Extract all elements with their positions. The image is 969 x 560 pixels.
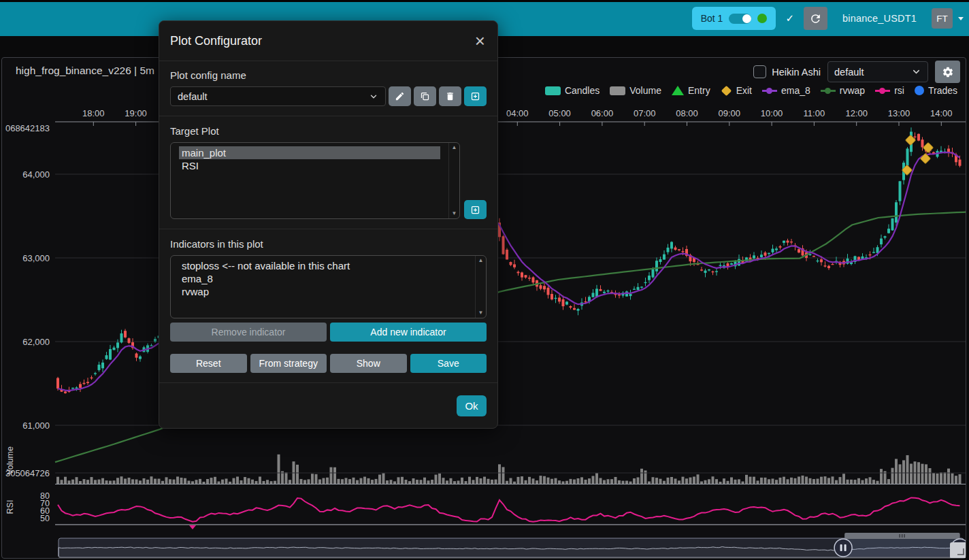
plus-square-icon: [470, 205, 480, 215]
bot-toggle[interactable]: [729, 14, 751, 24]
svg-text:61,000: 61,000: [22, 421, 50, 431]
target-plot-listbox: main_plotRSI ▲ ▼: [170, 142, 460, 219]
svg-text:11:00: 11:00: [804, 108, 825, 118]
scroll-down-icon[interactable]: ▼: [478, 310, 484, 316]
check-icon: ✓: [785, 12, 794, 24]
plot-config-row: default: [170, 86, 487, 106]
scrollbar[interactable]: ▲ ▼: [475, 256, 486, 318]
navigator[interactable]: [58, 533, 966, 558]
navigator-window[interactable]: [843, 539, 960, 557]
modal-header: Plot Configurator ×: [159, 21, 497, 61]
from-strategy-button[interactable]: From strategy: [250, 354, 327, 373]
chevron-down-icon: [369, 92, 378, 101]
svg-text:05:00: 05:00: [548, 108, 571, 118]
edit-config-button[interactable]: [389, 86, 411, 106]
modal-body: Plot config name default: [159, 61, 497, 382]
volume-pane-label: Volume: [5, 446, 15, 475]
scroll-down-icon[interactable]: ▼: [452, 211, 457, 216]
volume-bars: [56, 455, 962, 484]
modal-footer: Ok: [159, 382, 497, 428]
copy-icon: [420, 91, 430, 101]
svg-text:14:00: 14:00: [930, 108, 953, 118]
navigator-left-handle[interactable]: [834, 539, 852, 557]
plot-config-name-value: default: [178, 91, 208, 102]
caret-down-icon[interactable]: [958, 17, 964, 20]
svg-text:18:00: 18:00: [82, 108, 105, 118]
horizontal-scrollbar[interactable]: [58, 558, 966, 559]
refresh-icon: [809, 12, 822, 25]
svg-text:06:00: 06:00: [591, 108, 614, 118]
indicators-listbox: stoploss <-- not available in this chart…: [170, 255, 487, 318]
delete-config-button[interactable]: [439, 86, 461, 106]
plus-square-icon: [470, 91, 480, 101]
scroll-up-icon[interactable]: ▲: [452, 145, 457, 150]
show-button[interactable]: Show: [330, 354, 407, 373]
modal-title: Plot Configurator: [170, 34, 262, 48]
svg-text:04:00: 04:00: [506, 108, 529, 118]
add-config-button[interactable]: [464, 86, 487, 106]
target-plot-row: main_plotRSI ▲ ▼: [170, 142, 487, 219]
divider: [159, 116, 497, 116]
target-plot-item[interactable]: RSI: [179, 159, 440, 172]
resize-corner-handle[interactable]: [950, 542, 966, 558]
pair-label: binance_USDT1: [842, 13, 917, 24]
refresh-button[interactable]: [804, 7, 827, 30]
scrollbar[interactable]: ▲ ▼: [448, 143, 459, 218]
svg-text:07:00: 07:00: [634, 108, 656, 118]
svg-text:62,000: 62,000: [22, 337, 50, 347]
duplicate-config-button[interactable]: [414, 86, 436, 106]
add-target-plot-button[interactable]: [464, 200, 487, 219]
rsi-pane: 80706050RSI: [5, 491, 966, 529]
ok-button[interactable]: Ok: [457, 395, 487, 416]
svg-text:64,000: 64,000: [22, 169, 50, 180]
svg-text:63,000: 63,000: [22, 253, 50, 263]
svg-text:068642183: 068642183: [5, 123, 50, 133]
svg-text:08:00: 08:00: [676, 108, 698, 118]
rsi-pane-label: RSI: [5, 500, 15, 514]
pencil-icon: [395, 91, 405, 101]
toggle-knob: [742, 14, 751, 23]
plot-config-name-label: Plot config name: [170, 69, 487, 81]
plot-config-name-select[interactable]: default: [170, 86, 386, 106]
indicator-item[interactable]: rvwap: [179, 285, 467, 298]
indicators-label: Indicators in this plot: [170, 238, 487, 250]
svg-text:12:00: 12:00: [845, 108, 868, 118]
navbar-right-cluster: Bot 1 ✓ binance_USDT1 FT: [692, 7, 964, 30]
modal-close-button[interactable]: ×: [474, 34, 487, 48]
freqtrade-app: Bot 1 ✓ binance_USDT1 FT high_frog_binan…: [0, 0, 969, 560]
svg-text:19:00: 19:00: [125, 108, 147, 118]
indicator-item[interactable]: ema_8: [179, 272, 467, 285]
reset-button[interactable]: Reset: [170, 354, 247, 373]
svg-text:50: 50: [40, 514, 50, 523]
exit-marker-diamond: [923, 142, 934, 153]
svg-text:10:00: 10:00: [761, 108, 783, 118]
save-button[interactable]: Save: [410, 354, 487, 373]
indicator-item[interactable]: stoploss <-- not available in this chart: [179, 259, 467, 272]
divider: [159, 229, 497, 229]
bot-online-dot: [757, 14, 767, 23]
scroll-up-icon[interactable]: ▲: [478, 258, 484, 263]
rsi-min-marker: [189, 525, 196, 529]
trash-icon: [445, 91, 455, 101]
svg-text:13:00: 13:00: [888, 108, 910, 118]
rsi-line: [58, 497, 960, 521]
target-plot-item[interactable]: main_plot: [179, 146, 440, 159]
bot-selector-chip[interactable]: Bot 1: [692, 7, 776, 30]
bot-name-label: Bot 1: [701, 13, 723, 24]
target-plot-label: Target Plot: [170, 125, 487, 137]
ft-menu-button[interactable]: FT: [932, 8, 953, 29]
remove-indicator-button[interactable]: Remove indicator: [170, 323, 327, 342]
add-new-indicator-button[interactable]: Add new indicator: [330, 323, 487, 342]
svg-text:09:00: 09:00: [719, 108, 741, 118]
plot-configurator-modal: Plot Configurator × Plot config name def…: [159, 20, 498, 429]
